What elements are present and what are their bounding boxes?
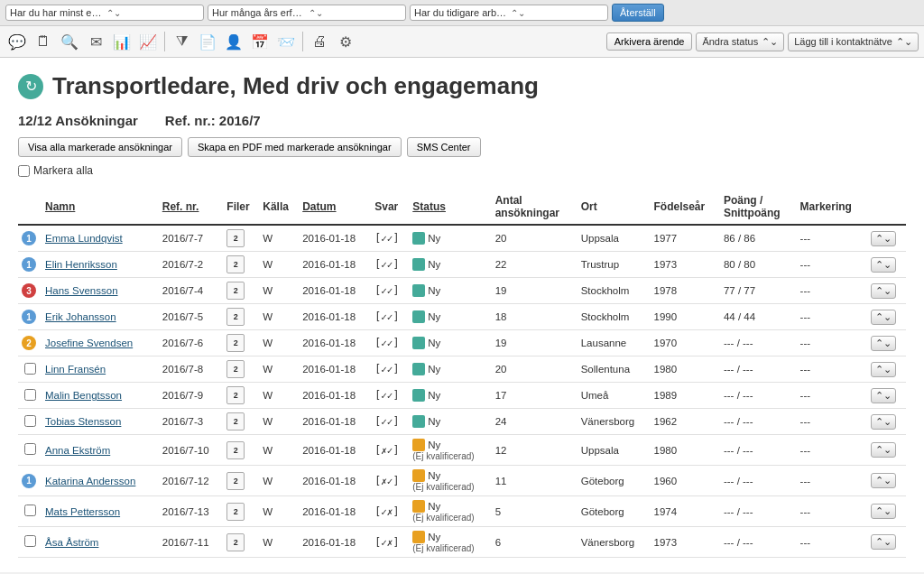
row-name[interactable]: Erik Johansson [42, 304, 159, 330]
row-name[interactable]: Emma Lundqvist [42, 225, 159, 252]
page-title: Transportledare, Med driv och engagemang [52, 72, 539, 100]
row-checkbox-cell: 3 [18, 278, 42, 304]
row-name[interactable]: Anna Ekström [42, 435, 159, 466]
status-indicator [412, 531, 425, 543]
row-files: 2 [223, 356, 259, 383]
row-arrow-cell: ⌃⌄ [867, 356, 906, 383]
file-icon[interactable]: 2 [226, 360, 245, 378]
row-expand-button[interactable]: ⌃⌄ [871, 310, 896, 325]
create-pdf-button[interactable]: Skapa en PDF med markerade ansökningar [188, 137, 402, 157]
filter-icon[interactable]: ⧩ [170, 30, 193, 53]
calendar-icon[interactable]: 📅 [248, 30, 272, 53]
chat-icon[interactable]: 💬 [5, 30, 29, 53]
row-date: 2016-01-18 [299, 383, 371, 409]
archive-button[interactable]: Arkivera ärende [606, 32, 693, 51]
row-date: 2016-01-18 [299, 527, 371, 558]
mark-all-checkbox[interactable] [18, 165, 30, 177]
row-files: 2 [223, 278, 259, 304]
row-checkbox[interactable] [24, 415, 36, 427]
person-icon[interactable]: 👤 [222, 30, 245, 53]
filter-2[interactable]: Hur många års erfarenhet har du inom log… [208, 5, 406, 21]
file-icon[interactable]: 2 [226, 441, 245, 459]
file-icon[interactable]: 2 [226, 255, 245, 273]
file-icon[interactable]: 2 [226, 386, 245, 404]
row-expand-button[interactable]: ⌃⌄ [871, 473, 896, 488]
refresh-icon[interactable]: ↻ [18, 74, 43, 99]
row-checkbox[interactable] [24, 535, 36, 547]
row-expand-button[interactable]: ⌃⌄ [871, 257, 896, 273]
email-icon[interactable]: ✉ [84, 30, 107, 53]
row-apps: 20 [492, 225, 578, 252]
toolbar-separator-2 [302, 32, 303, 51]
row-expand-button[interactable]: ⌃⌄ [871, 442, 896, 458]
table-row: 1Elin Henriksson2016/7-22W2016-01-18[✓✓]… [18, 252, 906, 278]
search-icon[interactable]: 🔍 [58, 30, 81, 53]
row-source: W [259, 527, 299, 558]
mail-forward-icon[interactable]: 📨 [274, 30, 298, 53]
row-city: Lausanne [578, 330, 651, 356]
table-row: Tobias Stensson2016/7-32W2016-01-18[✓✓]N… [18, 409, 906, 435]
file-icon[interactable]: 2 [226, 334, 245, 352]
contact-select[interactable]: Lägg till i kontaktnätve ⌃⌄ [788, 32, 919, 51]
document-icon[interactable]: 📄 [196, 30, 219, 53]
row-expand-button[interactable]: ⌃⌄ [871, 414, 896, 430]
row-checkbox[interactable] [24, 389, 36, 401]
row-checkbox[interactable] [24, 443, 36, 455]
header-date[interactable]: Datum [299, 190, 371, 225]
row-expand-button[interactable]: ⌃⌄ [871, 388, 896, 403]
filter-bar: Har du har minst ett års dokumenterad er… [0, 0, 924, 26]
print-icon[interactable]: 🖨 [308, 30, 331, 53]
row-expand-button[interactable]: ⌃⌄ [871, 504, 896, 519]
sms-center-button[interactable]: SMS Center [407, 137, 481, 157]
chart-bar-icon[interactable]: 📊 [110, 30, 134, 53]
file-icon[interactable]: 2 [226, 308, 245, 326]
file-icon[interactable]: 2 [226, 282, 245, 300]
row-checkbox[interactable] [24, 505, 36, 516]
num-badge: 1 [22, 474, 36, 488]
row-checkbox-cell: 2 [18, 330, 42, 356]
not-qualified-label: (Ej kvalificerad) [412, 451, 487, 461]
row-name[interactable]: Tobias Stensson [42, 409, 159, 435]
row-checkbox[interactable] [24, 363, 36, 375]
status-select[interactable]: Ändra status ⌃⌄ [696, 32, 784, 51]
header-name[interactable]: Namn [42, 190, 159, 225]
row-name[interactable]: Katarina Andersson [42, 466, 159, 496]
row-name[interactable]: Mats Pettersson [42, 496, 159, 527]
row-name[interactable]: Josefine Svendsen [42, 330, 159, 356]
row-name[interactable]: Linn Fransén [42, 356, 159, 383]
row-ref: 2016/7-13 [159, 496, 224, 527]
filter-1[interactable]: Har du har minst ett års dokumenterad er… [5, 5, 204, 21]
row-expand-button[interactable]: ⌃⌄ [871, 534, 896, 550]
row-name[interactable]: Åsa Åström [42, 527, 159, 558]
header-ref[interactable]: Ref. nr. [159, 190, 224, 225]
row-name[interactable]: Elin Henriksson [42, 252, 159, 278]
row-apps: 22 [492, 252, 578, 278]
status-label: Ny [428, 338, 440, 348]
file-icon[interactable]: 2 [226, 503, 245, 521]
row-ref: 2016/7-2 [159, 252, 224, 278]
file-icon[interactable]: 2 [226, 533, 245, 551]
header-status[interactable]: Status [409, 190, 491, 225]
settings-icon[interactable]: ⚙ [334, 30, 357, 53]
filter-3[interactable]: Har du tidigare arbetat med kostnadsberä… [410, 5, 608, 21]
filter-1-arrow: ⌃⌄ [106, 8, 199, 18]
file-icon[interactable]: 2 [226, 229, 245, 247]
row-expand-button[interactable]: ⌃⌄ [871, 336, 896, 351]
file-icon[interactable]: 2 [226, 412, 245, 430]
row-answer: [✗✓] [371, 435, 409, 466]
reset-button[interactable]: Återställ [612, 4, 664, 22]
row-expand-button[interactable]: ⌃⌄ [871, 362, 896, 377]
chart-line-icon[interactable]: 📈 [136, 30, 160, 53]
show-selected-button[interactable]: Visa alla markerade ansökningar [18, 137, 182, 157]
row-status: Ny [409, 225, 491, 252]
row-expand-button[interactable]: ⌃⌄ [871, 231, 896, 246]
row-expand-button[interactable]: ⌃⌄ [871, 283, 896, 299]
row-apps: 5 [492, 496, 578, 527]
row-score: 80 / 80 [720, 252, 797, 278]
file-icon[interactable]: 2 [226, 472, 245, 490]
copy-icon[interactable]: 🗒 [32, 30, 55, 53]
row-name[interactable]: Malin Bengtsson [42, 383, 159, 409]
row-name[interactable]: Hans Svensson [42, 278, 159, 304]
filter-2-label: Hur många års erfarenhet har du inom log… [212, 7, 305, 18]
row-ref: 2016/7-9 [159, 383, 224, 409]
